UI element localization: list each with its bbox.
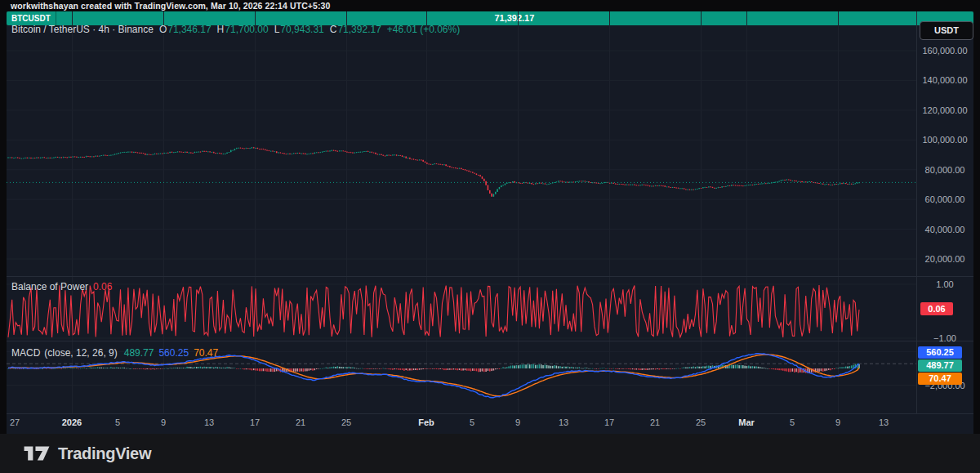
time-axis-label: 5	[454, 415, 490, 430]
low-label: L	[274, 24, 280, 35]
price-axis-label: 140,000.00	[916, 74, 973, 86]
high-value: 71,700.00	[225, 24, 268, 35]
time-axis-label: 25	[683, 415, 719, 430]
price-axis-label: 20,000.00	[916, 253, 973, 265]
time-axis-label: 5	[100, 415, 136, 430]
time-axis-label: 13	[546, 415, 581, 430]
bop-title[interactable]: Balance of Power	[11, 281, 88, 292]
tradingview-logo-text: TradingView	[58, 444, 151, 463]
low-value: 70,943.31	[280, 24, 323, 35]
attribution-bar: workwithshayan created with TradingView.…	[0, 0, 980, 11]
bop-axis-top: 1.00	[916, 279, 973, 290]
symbol-title[interactable]: Bitcoin / TetherUS · 4h · Binance	[11, 24, 154, 35]
close-label: C	[330, 24, 337, 35]
time-axis-label: 17	[237, 415, 273, 430]
macd-signal-badge: 70.47	[918, 373, 962, 385]
bop-axis-bottom: −1.00	[916, 332, 973, 344]
macd-line-badge: 560.25	[918, 346, 962, 359]
main-legend: Bitcoin / TetherUS · 4h · BinanceO71,346…	[11, 24, 460, 35]
open-label: O	[159, 24, 167, 35]
time-scale[interactable]: 2720265913172125Feb5913172125Mar5913	[7, 415, 916, 433]
price-axis-label: 40,000.00	[916, 224, 973, 235]
time-axis-label: 27	[0, 415, 33, 430]
macd-hist-badge: 489.77	[918, 359, 962, 372]
time-axis-label: 2026	[54, 415, 90, 430]
bop-legend: Balance of Power0.06	[11, 281, 112, 292]
macd-legend: MACD(close, 12, 26, 9)489.77560.2570.47	[11, 347, 218, 359]
time-axis-label: 21	[637, 415, 673, 430]
tradingview-widget: workwithshayan created with TradingView.…	[0, 0, 980, 473]
time-axis-label: Feb	[408, 415, 444, 430]
tradingview-logo[interactable]: TradingView	[23, 443, 151, 464]
time-axis-label: 9	[820, 415, 856, 430]
time-axis-label: Mar	[728, 415, 764, 430]
currency-toggle-button[interactable]: USDT	[920, 21, 973, 40]
price-axis-label: 80,000.00	[916, 164, 973, 176]
macd-params: (close, 12, 26, 9)	[44, 347, 117, 359]
price-axis-label: 100,000.00	[916, 134, 973, 145]
close-value: 71,392.17	[337, 24, 381, 35]
bop-value-badge: 0.06	[920, 302, 953, 315]
macd-signal-value: 70.47	[194, 347, 218, 359]
footer-bar: TradingView	[0, 434, 980, 473]
time-axis-label: 9	[500, 415, 536, 430]
macd-hist-value: 489.77	[124, 347, 154, 359]
time-axis-label: 25	[328, 415, 364, 430]
time-axis-label: 5	[774, 415, 810, 430]
time-axis-label: 13	[191, 415, 227, 430]
chart-area[interactable]: Bitcoin / TetherUS · 4h · BinanceO71,346…	[7, 11, 973, 434]
macd-line-value: 560.25	[158, 347, 189, 359]
time-axis-label: 9	[145, 415, 181, 430]
open-value: 71,346.17	[167, 24, 211, 35]
chart-canvas[interactable]	[7, 11, 973, 434]
bop-value: 0.06	[93, 281, 112, 292]
change-value: +46.01 (+0.06%)	[387, 24, 460, 35]
price-axis-label: 120,000.00	[916, 105, 973, 116]
time-axis-label: 21	[283, 415, 318, 430]
macd-title[interactable]: MACD	[11, 347, 40, 359]
high-label: H	[217, 24, 225, 35]
attribution-text: workwithshayan created with TradingView.…	[11, 1, 330, 11]
time-axis-label: 17	[591, 415, 627, 430]
tradingview-logo-icon	[23, 443, 51, 464]
time-axis-label: 13	[866, 415, 902, 430]
price-axis-label: 160,000.00	[916, 45, 973, 56]
price-axis-label: 60,000.00	[916, 194, 973, 205]
